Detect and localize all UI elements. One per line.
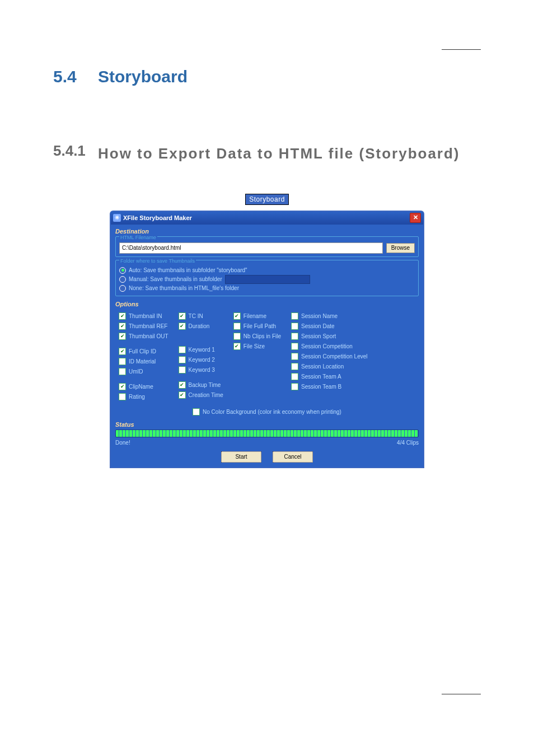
status-section: Status Done! 4/4 Clips: [115, 421, 419, 446]
dialog-title: XFile Storyboard Maker: [123, 214, 192, 221]
radio-auto-label: Auto: Save thumbnails in subfolder "stor…: [129, 267, 247, 273]
dialog-title-bar[interactable]: ✳ XFile Storyboard Maker ✕: [111, 212, 423, 225]
destination-section: Destination HTML Filename Browse Folder …: [115, 228, 419, 296]
progress-bar: [115, 430, 419, 437]
chk-kw2[interactable]: ✔Keyword 2: [179, 356, 223, 363]
footer-rule: [442, 694, 481, 694]
chk-file-size[interactable]: ✔File Size: [233, 343, 281, 350]
h1-text: Storyboard: [98, 67, 188, 86]
h2-number: 5.4.1: [53, 142, 98, 166]
chk-thumb-in[interactable]: ✔Thumbnail IN: [119, 312, 168, 320]
close-glyph: ✕: [413, 214, 418, 221]
chk-kw1[interactable]: ✔Keyword 1: [179, 346, 223, 353]
html-filename-legend: HTML Filename: [119, 235, 157, 240]
radio-manual-label: Manual: Save thumbnails in subfolder: [129, 276, 222, 282]
chk-session-team-b[interactable]: ✔Session Team B: [291, 383, 367, 390]
options-title: Options: [115, 301, 419, 307]
status-title: Status: [115, 421, 419, 428]
radio-none-label: None: Save thumbnails in HTML_file's fol…: [129, 285, 239, 291]
radio-auto[interactable]: Auto: Save thumbnails in subfolder "stor…: [119, 267, 415, 274]
close-icon[interactable]: ✕: [410, 213, 421, 223]
options-section: Options ✔Thumbnail IN ✔Thumbnail REF ✔Th…: [115, 301, 419, 417]
app-icon: ✳: [113, 214, 121, 222]
chk-thumb-ref[interactable]: ✔Thumbnail REF: [119, 323, 168, 330]
status-count: 4/4 Clips: [397, 440, 419, 446]
chk-session-competition[interactable]: ✔Session Competition: [291, 343, 367, 350]
chk-duration[interactable]: ✔Duration: [179, 323, 223, 330]
chk-session-competition-level[interactable]: ✔Session Competition Level: [291, 353, 367, 360]
heading-1: 5.4 Storyboard: [53, 67, 481, 86]
h1-number: 5.4: [53, 67, 98, 86]
chk-filename[interactable]: ✔Filename: [233, 312, 281, 320]
header-rule: [442, 49, 481, 50]
chk-session-sport[interactable]: ✔Session Sport: [291, 333, 367, 340]
chk-session-team-a[interactable]: ✔Session Team A: [291, 373, 367, 380]
status-done: Done!: [115, 440, 130, 446]
storyboard-maker-dialog: ✳ XFile Storyboard Maker ✕ Destination H…: [110, 211, 424, 468]
chk-kw3[interactable]: ✔Keyword 3: [179, 366, 223, 374]
start-button[interactable]: Start: [221, 451, 261, 463]
chk-umid[interactable]: ✔UmID: [119, 368, 168, 375]
radio-icon: [119, 267, 126, 274]
storyboard-tab-badge: Storyboard: [245, 194, 289, 205]
heading-2: 5.4.1 How to Export Data to HTML file (S…: [53, 142, 481, 166]
chk-backup-time[interactable]: ✔Backup Time: [179, 381, 223, 389]
chk-thumb-out[interactable]: ✔Thumbnail OUT: [119, 333, 168, 340]
radio-manual[interactable]: Manual: Save thumbnails in subfolder: [119, 275, 415, 284]
chk-session-name[interactable]: ✔Session Name: [291, 312, 367, 320]
chk-id-material[interactable]: ✔ID Material: [119, 358, 168, 365]
h2-text: How to Export Data to HTML file (Storybo…: [98, 142, 481, 166]
radio-icon: [119, 285, 126, 292]
chk-no-color-bg[interactable]: ✔No Color Background (color ink economy …: [193, 408, 341, 416]
browse-button[interactable]: Browse: [386, 243, 415, 253]
chk-file-full-path[interactable]: ✔File Full Path: [233, 323, 281, 330]
cancel-button[interactable]: Cancel: [273, 451, 313, 463]
chk-rating[interactable]: ✔Rating: [119, 393, 168, 400]
html-filename-input[interactable]: [119, 242, 383, 254]
chk-session-location[interactable]: ✔Session Location: [291, 363, 367, 370]
chk-full-clip-id[interactable]: ✔Full Clip ID: [119, 348, 168, 355]
manual-subfolder-input[interactable]: [225, 275, 310, 284]
chk-tc-in[interactable]: ✔TC IN: [179, 312, 223, 320]
radio-icon: [119, 276, 126, 283]
chk-nb-clips[interactable]: ✔Nb Clips in File: [233, 333, 281, 340]
chk-session-date[interactable]: ✔Session Date: [291, 323, 367, 330]
chk-creation-time[interactable]: ✔Creation Time: [179, 391, 223, 399]
thumbnail-folder-legend: Folder where to save Thumbnails: [119, 258, 196, 264]
radio-none[interactable]: None: Save thumbnails in HTML_file's fol…: [119, 285, 415, 292]
destination-title: Destination: [115, 228, 419, 235]
chk-clipname[interactable]: ✔ClipName: [119, 383, 168, 390]
